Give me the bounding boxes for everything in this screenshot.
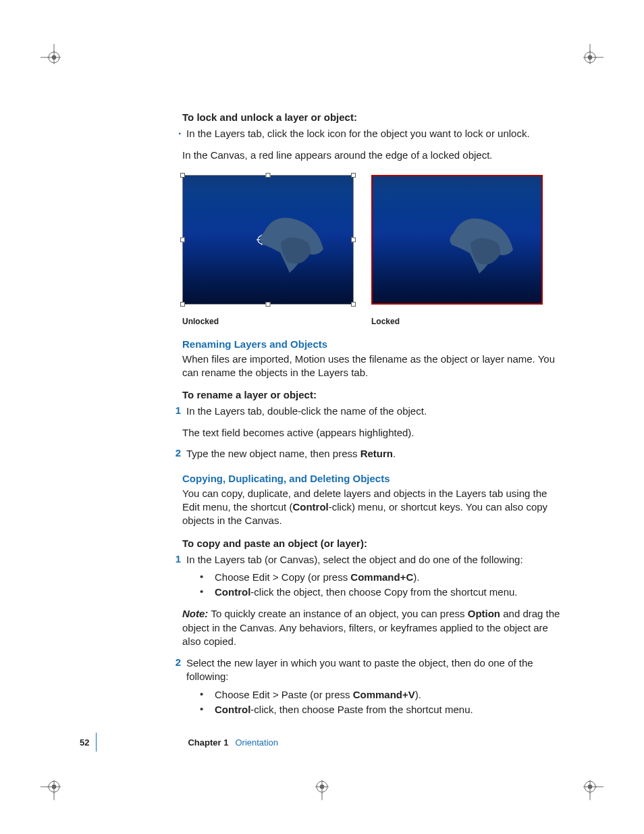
task-heading-rename: To rename a layer or object: — [182, 389, 560, 400]
bullet-icon: • — [200, 571, 215, 582]
paragraph: When files are imported, Motion uses the… — [182, 353, 560, 380]
sub-bullet-item: • Choose Edit > Copy (or press Command+C… — [200, 571, 560, 584]
bullet-text: In the Layers tab, click the lock icon f… — [186, 127, 560, 140]
svg-point-8 — [585, 52, 595, 63]
svg-point-19 — [49, 781, 59, 792]
svg-point-26 — [588, 785, 592, 789]
figure-image-locked — [371, 175, 543, 305]
figure-caption: Unlocked — [182, 317, 219, 326]
bullet-icon: • — [200, 703, 215, 714]
svg-point-14 — [320, 785, 324, 789]
bullet-icon: • — [200, 688, 215, 700]
step-text: In the Layers tab (or Canvas), select th… — [186, 553, 560, 567]
sub-bullet-text: Choose Edit > Copy (or press Command+C). — [215, 571, 560, 584]
page-footer: 52 Chapter 1 Orientation — [80, 733, 566, 752]
svg-point-13 — [317, 781, 327, 792]
footer-divider — [96, 733, 97, 752]
svg-point-20 — [52, 785, 56, 789]
sub-bullet-list: • Choose Edit > Copy (or press Command+C… — [200, 571, 560, 600]
bullet-icon: • — [200, 585, 215, 597]
sub-bullet-list: • Choose Edit > Paste (or press Command+… — [200, 688, 560, 717]
step-number: 1 — [167, 553, 186, 565]
chapter-name: Orientation — [235, 737, 278, 748]
step-number: 2 — [167, 447, 186, 459]
paragraph: In the Canvas, a red line appears around… — [182, 149, 560, 162]
step-text: In the Layers tab, double-click the name… — [186, 405, 560, 418]
sub-bullet-item: • Control-click the object, then choose … — [200, 585, 560, 599]
task-heading-copy: To copy and paste an object (or layer): — [182, 538, 560, 549]
figure-image-unlocked — [182, 175, 354, 305]
sub-bullet-text: Control-click the object, then choose Co… — [215, 585, 560, 599]
step-item: 2 Select the new layer in which you want… — [182, 656, 560, 684]
task-heading-lock: To lock and unlock a layer or object: — [182, 111, 560, 123]
paragraph: The text field becomes active (appears h… — [182, 426, 560, 440]
figure-unlocked: Unlocked — [182, 175, 354, 326]
transform-handle-icon — [257, 234, 279, 245]
svg-point-3 — [52, 55, 56, 59]
figure-locked: Locked — [371, 175, 543, 326]
step-item: 2 Type the new object name, then press R… — [182, 447, 560, 461]
content-area: To lock and unlock a layer or object: ▪ … — [182, 111, 560, 718]
crop-mark-icon — [41, 44, 68, 71]
svg-point-9 — [588, 55, 592, 59]
page: To lock and unlock a layer or object: ▪ … — [0, 0, 644, 834]
dolphin-icon — [440, 206, 521, 280]
step-number: 2 — [167, 656, 186, 668]
sub-bullet-text: Control-click, then choose Paste from th… — [215, 703, 560, 716]
chapter-label: Chapter 1 — [188, 737, 228, 748]
page-number: 52 — [80, 737, 89, 748]
section-heading-rename: Renaming Layers and Objects — [182, 338, 560, 350]
sub-bullet-text: Choose Edit > Paste (or press Command+V)… — [215, 688, 560, 702]
svg-point-25 — [585, 781, 595, 792]
figure-caption: Locked — [371, 317, 400, 326]
sub-bullet-item: • Choose Edit > Paste (or press Command+… — [200, 688, 560, 702]
crop-mark-icon — [576, 773, 603, 800]
crop-mark-icon — [308, 773, 336, 800]
bullet-item: ▪ In the Layers tab, click the lock icon… — [182, 127, 560, 140]
step-item: 1 In the Layers tab, double-click the na… — [182, 405, 560, 418]
step-item: 1 In the Layers tab (or Canvas), select … — [182, 553, 560, 567]
svg-point-2 — [49, 52, 59, 63]
note-paragraph: Note: To quickly create an instance of a… — [182, 607, 560, 648]
step-number: 1 — [167, 405, 186, 416]
bullet-icon: ▪ — [167, 127, 186, 140]
step-text: Type the new object name, then press Ret… — [186, 447, 560, 461]
sub-bullet-item: • Control-click, then choose Paste from … — [200, 703, 560, 716]
section-heading-copy: Copying, Duplicating, and Deleting Objec… — [182, 473, 560, 484]
figure-row: Unlocked Locked — [182, 175, 560, 326]
step-text: Select the new layer in which you want t… — [186, 656, 560, 684]
crop-mark-icon — [576, 44, 603, 71]
paragraph: You can copy, duplicate, and delete laye… — [182, 487, 560, 528]
crop-mark-icon — [41, 773, 68, 800]
